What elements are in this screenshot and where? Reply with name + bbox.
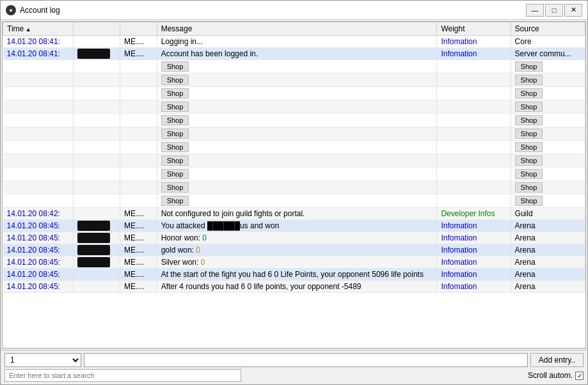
shop-button[interactable]: Shop [161,102,189,112]
col-source[interactable]: Source [511,22,585,36]
cell-source: Shop [511,114,585,127]
cell-weight: Infomation [437,244,511,256]
col-time[interactable]: Time [3,22,74,36]
cell-me [120,181,157,194]
cell-id [74,154,120,168]
table-row: ShopShop [3,194,585,208]
window-title: Account log [20,6,526,15]
cell-weight [437,194,511,208]
cell-me [120,141,157,154]
cell-source: Arena [511,269,585,281]
col-id[interactable] [74,22,120,36]
close-button[interactable]: ✕ [564,4,582,17]
cell-time: 14.01.20 08:45: [3,281,74,293]
cell-id [74,281,120,293]
shop-source-button[interactable]: Shop [515,102,543,112]
shop-source-button[interactable]: Shop [515,142,543,152]
cell-source: Arena [511,244,585,256]
cell-id [74,141,120,154]
shop-button[interactable]: Shop [161,196,189,206]
shop-source-button[interactable]: Shop [515,129,543,139]
cell-source: Shop [511,87,585,100]
cell-weight: Infomation [437,220,511,232]
cell-id [74,114,120,127]
entry-text-input[interactable] [84,353,528,367]
cell-id [74,36,120,48]
shop-source-button[interactable]: Shop [515,169,543,179]
cell-source: Server commu... [511,48,585,60]
cell-message: At the start of the fight you had 6 0 Li… [157,269,437,281]
cell-time: 14.01.20 08:45: [3,244,74,256]
table-row: ShopShop [3,74,585,87]
minimize-button[interactable]: — [526,4,544,17]
cell-source: Arena [511,220,585,232]
cell-time [3,60,74,74]
table-row: 14.01.20 08:41:████ME....Account has bee… [3,48,585,60]
cell-me [120,168,157,181]
table-row: ShopShop [3,100,585,114]
shop-source-button[interactable]: Shop [515,61,543,72]
cell-weight: Infomation [437,36,511,48]
table-row: ShopShop [3,127,585,141]
table-row: 14.01.20 08:45:████ME....You attacked ██… [3,220,585,232]
cell-message: Shop [157,74,437,87]
cell-source: Shop [511,100,585,114]
search-input[interactable] [4,369,241,382]
cell-message: Shop [157,168,437,181]
search-row: Scroll autom. ✓ [4,369,584,382]
shop-source-button[interactable]: Shop [515,115,543,125]
shop-source-button[interactable]: Shop [515,196,543,206]
col-me[interactable] [120,22,157,36]
scroll-autom-checkbox[interactable]: ✓ [575,372,584,380]
cell-source: Shop [511,60,585,74]
cell-me: ME.... [120,244,157,256]
shop-button[interactable]: Shop [161,88,189,98]
cell-time: 14.01.20 08:41: [3,36,74,48]
cell-me [120,154,157,168]
shop-button[interactable]: Shop [161,129,189,139]
log-table-container[interactable]: Time Message Weight Source 14.01.20 08:4… [2,21,586,349]
shop-button[interactable]: Shop [161,142,189,152]
cell-id [74,208,120,220]
cell-id: ████ [74,232,120,244]
shop-source-button[interactable]: Shop [515,155,543,166]
shop-button[interactable]: Shop [161,61,189,72]
cell-time [3,74,74,87]
cell-id: ████ [74,244,120,256]
title-bar: ● Account log — □ ✕ [1,1,587,20]
cell-weight [437,87,511,100]
col-weight[interactable]: Weight [437,22,511,36]
shop-source-button[interactable]: Shop [515,182,543,192]
cell-id [74,127,120,141]
shop-button[interactable]: Shop [161,155,189,166]
shop-button[interactable]: Shop [161,182,189,192]
shop-source-button[interactable]: Shop [515,88,543,98]
cell-id: ████ [74,48,120,60]
cell-source: Shop [511,127,585,141]
window-controls: — □ ✕ [526,4,582,17]
shop-button[interactable]: Shop [161,115,189,125]
cell-message: After 4 rounds you had 6 0 life points, … [157,281,437,293]
shop-button[interactable]: Shop [161,75,189,85]
entry-type-dropdown[interactable]: 1 [4,353,81,367]
cell-me [120,127,157,141]
table-row: ShopShop [3,60,585,74]
col-message[interactable]: Message [157,22,437,36]
cell-time [3,114,74,127]
cell-me [120,60,157,74]
cell-me [120,74,157,87]
maximize-button[interactable]: □ [545,4,563,17]
table-row: 14.01.20 08:45:████ME....gold won: 0Info… [3,244,585,256]
cell-weight: Infomation [437,281,511,293]
cell-message: gold won: 0 [157,244,437,256]
cell-me: ME.... [120,256,157,269]
cell-source: Guild [511,208,585,220]
shop-button[interactable]: Shop [161,169,189,179]
table-row: ShopShop [3,168,585,181]
add-entry-button[interactable]: Add entry.. [530,353,584,367]
cell-time: 14.01.20 08:45: [3,232,74,244]
cell-id [74,60,120,74]
table-row: ShopShop [3,154,585,168]
shop-source-button[interactable]: Shop [515,75,543,85]
cell-message: Account has been logged in. [157,48,437,60]
